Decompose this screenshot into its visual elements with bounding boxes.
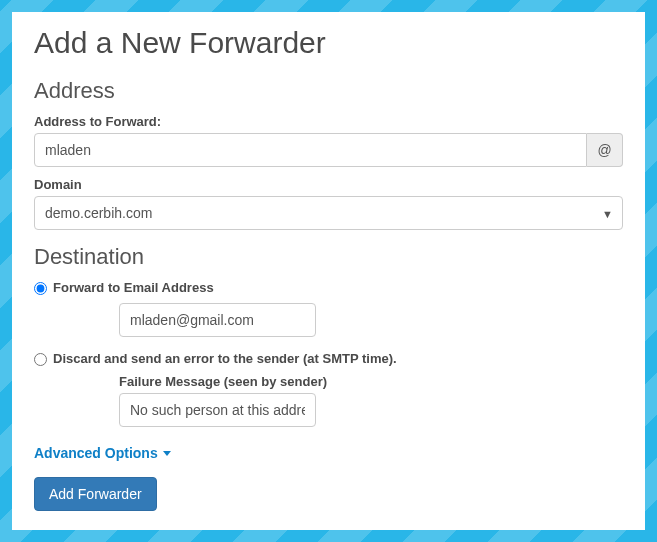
add-forwarder-button[interactable]: Add Forwarder (34, 477, 157, 511)
discard-option-row: Discard and send an error to the sender … (34, 351, 623, 366)
discard-option-label: Discard and send an error to the sender … (53, 351, 397, 366)
advanced-options-label: Advanced Options (34, 445, 158, 461)
forward-radio[interactable] (34, 282, 47, 295)
caret-down-icon (163, 451, 171, 456)
address-to-forward-label: Address to Forward: (34, 114, 623, 129)
advanced-options-toggle[interactable]: Advanced Options (34, 445, 171, 461)
forwarder-form: Add a New Forwarder Address Address to F… (12, 12, 645, 530)
page-title: Add a New Forwarder (34, 26, 623, 60)
failure-message-block: Failure Message (seen by sender) (34, 374, 623, 427)
domain-select[interactable]: demo.cerbih.com (34, 196, 623, 230)
forward-option-label: Forward to Email Address (53, 280, 214, 295)
forward-email-block (34, 303, 623, 337)
forward-option-row: Forward to Email Address (34, 280, 623, 295)
domain-select-wrap: demo.cerbih.com ▼ (34, 196, 623, 230)
failure-message-input[interactable] (119, 393, 316, 427)
discard-radio[interactable] (34, 353, 47, 366)
at-icon: @ (597, 142, 611, 158)
destination-heading: Destination (34, 244, 623, 270)
address-heading: Address (34, 78, 623, 104)
failure-message-label: Failure Message (seen by sender) (119, 374, 623, 389)
forward-email-input[interactable] (119, 303, 316, 337)
at-symbol-addon: @ (587, 133, 623, 167)
domain-label: Domain (34, 177, 623, 192)
address-input[interactable] (34, 133, 587, 167)
address-input-group: @ (34, 133, 623, 167)
